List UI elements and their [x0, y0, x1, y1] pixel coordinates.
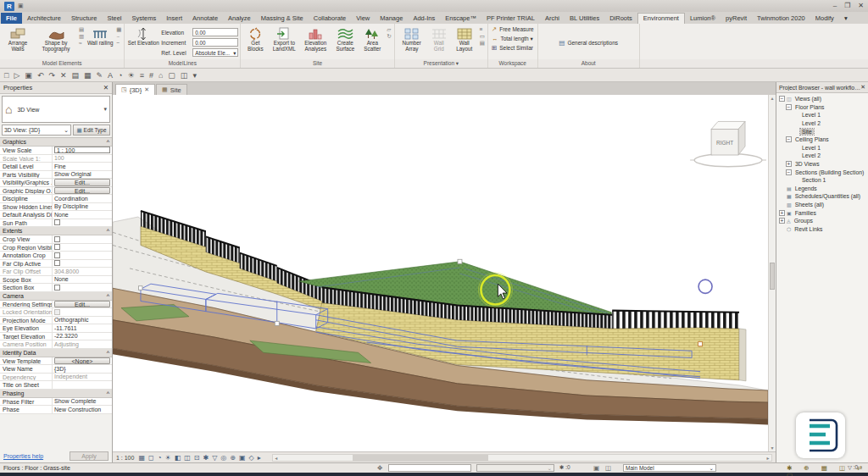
tab-steel[interactable]: Steel	[102, 13, 126, 24]
property-value[interactable]: -22.3220	[53, 333, 112, 340]
checkbox[interactable]	[54, 236, 60, 242]
status-edit-box[interactable]	[388, 464, 471, 472]
expander-icon[interactable]: −	[786, 169, 792, 175]
qat-icon-17[interactable]: ▾	[192, 69, 197, 81]
tab-file[interactable]: File	[1, 13, 22, 24]
model-elements-mini-icons-2[interactable]: ▦⌣~	[115, 25, 122, 47]
tab-analyze[interactable]: Analyze	[223, 13, 256, 24]
section-header-extents[interactable]: Extents^	[0, 227, 112, 235]
view-control-icon-12[interactable]: ◇	[249, 454, 254, 462]
view-control-icon-1[interactable]: ◻	[148, 454, 154, 462]
tab-item[interactable]: ▾	[839, 13, 853, 24]
area-scatter-button[interactable]: Area Scatter	[359, 25, 385, 53]
model-canvas[interactable]: RIGHT	[113, 95, 768, 451]
view-control-icon-7[interactable]: ✱	[203, 454, 209, 462]
tab-architecture[interactable]: Architecture	[22, 13, 66, 24]
view-control-icon-13[interactable]: ▸	[258, 454, 261, 462]
tree-item-sections-building-section[interactable]: −Sections (Building Section)	[776, 168, 868, 176]
section-header-phasing[interactable]: Phasing^	[0, 390, 112, 398]
property-value[interactable]: <None>	[53, 357, 112, 365]
type-selector[interactable]: ⌂ 3D View ▾	[2, 96, 110, 123]
tab-archi[interactable]: Archi	[540, 13, 565, 24]
qat-icon-5[interactable]: ✕	[60, 69, 67, 81]
selection-filter-count[interactable]: ▽ :0	[848, 464, 858, 471]
set-elevation-button[interactable]: Set Elevation	[126, 25, 160, 47]
ref-level-select[interactable]: Absolute Ele...▾	[192, 48, 238, 57]
property-value[interactable]: New Construction	[53, 406, 112, 413]
wall-layout-button[interactable]: Wall Layout	[451, 25, 478, 53]
property-value[interactable]: Edit...	[53, 301, 112, 308]
property-value[interactable]: By Discipline	[53, 203, 112, 211]
tab-lumion[interactable]: Lumion®	[685, 13, 721, 24]
scroll-down-icon[interactable]: ▾	[769, 445, 776, 451]
scroll-right-icon[interactable]: ▸	[765, 455, 771, 461]
general-descriptions-button[interactable]: ▤General descriptions	[557, 38, 620, 47]
scroll-up-icon[interactable]: ▴	[769, 95, 776, 102]
horizontal-scrollbar[interactable]: ◂ ▸	[272, 454, 772, 462]
tab-bl-utilities[interactable]: BL Utilities	[565, 13, 604, 24]
view-control-icon-10[interactable]: ⊕	[230, 454, 236, 462]
property-value[interactable]: Coordination	[53, 195, 112, 202]
section-header-identity-data[interactable]: Identity Data^	[0, 349, 112, 357]
wall-railing-button[interactable]: Wall railing	[86, 25, 114, 47]
qat-icon-9[interactable]: A	[108, 69, 113, 81]
qat-icon-4[interactable]: ↷	[48, 69, 55, 81]
checkbox[interactable]	[54, 244, 60, 250]
tree-item-level-1[interactable]: Level 1	[776, 111, 868, 119]
free-measure-button[interactable]: ↗Free Measure	[490, 25, 536, 34]
horizontal-scroll-thumb[interactable]	[353, 455, 488, 461]
section-header-camera[interactable]: Camera^	[0, 292, 112, 301]
properties-close-icon[interactable]: ✕	[103, 84, 108, 91]
property-value[interactable]	[53, 284, 112, 291]
elevation-analyses-button[interactable]: Elevation Analyses	[300, 25, 331, 53]
checkbox[interactable]	[54, 260, 60, 266]
tab-diroots[interactable]: DiRoots	[604, 13, 637, 24]
property-value[interactable]: -11.7611	[53, 324, 112, 332]
qat-icon-11[interactable]: ☀	[128, 69, 135, 81]
property-value[interactable]: Show Complete	[53, 398, 112, 406]
property-value[interactable]	[53, 260, 112, 268]
select-similar-button[interactable]: ⊞Select Similar	[490, 43, 535, 53]
qat-icon-6[interactable]: ▤	[72, 69, 80, 81]
expander-icon[interactable]: −	[786, 104, 792, 110]
property-value[interactable]	[53, 381, 112, 389]
tab-twinmotion-2020[interactable]: Twinmotion 2020	[752, 13, 810, 24]
restore-button[interactable]: ❐	[844, 2, 850, 10]
get-blocks-button[interactable]: Get Blocks	[242, 25, 268, 53]
tab-insert[interactable]: Insert	[161, 13, 187, 24]
property-value[interactable]: Show Original	[53, 171, 112, 179]
view-control-icon-9[interactable]: ◎	[220, 454, 226, 462]
workset-select[interactable]: ⌄	[476, 464, 554, 472]
total-length-button[interactable]: ↔Total length ▾	[490, 34, 535, 43]
expander-icon[interactable]: −	[786, 136, 792, 142]
view-control-icon-0[interactable]: ▦	[138, 454, 145, 462]
expander-icon[interactable]: −	[779, 96, 785, 102]
instance-selector[interactable]: 3D View: {3D}⌄	[2, 125, 71, 136]
property-value[interactable]: Fine	[53, 163, 112, 170]
model-elements-mini-icons[interactable]: ▤▥≈	[78, 25, 85, 47]
checkbox[interactable]	[54, 252, 60, 258]
property-value[interactable]	[53, 252, 112, 259]
apply-button[interactable]: Apply	[70, 451, 108, 461]
value-button[interactable]: Edit...	[54, 301, 110, 308]
expander-icon[interactable]: +	[779, 210, 785, 216]
tree-item-site[interactable]: Site	[776, 127, 868, 136]
qat-icon-13[interactable]: #	[149, 69, 153, 81]
tree-item-schedules-quantities-all[interactable]: ▦Schedules/Quantities (all)	[776, 192, 868, 201]
tab-view[interactable]: View	[351, 13, 375, 24]
view-control-icon-4[interactable]: ◧	[175, 454, 181, 462]
viewcube[interactable]: RIGHT	[690, 121, 766, 166]
tree-item-sheets-all[interactable]: ▥Sheets (all)	[776, 201, 868, 209]
tree-item-level-2[interactable]: Level 2	[776, 119, 868, 128]
qat-icon-15[interactable]: ▢	[168, 69, 175, 81]
qat-icon-12[interactable]: ≡	[140, 69, 144, 81]
property-value[interactable]	[53, 235, 112, 243]
tab-modify[interactable]: Modify	[810, 13, 839, 24]
tree-item-legends[interactable]: ▤Legends	[776, 185, 868, 193]
tab-manage[interactable]: Manage	[375, 13, 408, 24]
view-control-icon-11[interactable]: ▣	[239, 454, 246, 462]
property-value[interactable]	[53, 219, 112, 227]
property-value[interactable]: Edit...	[53, 187, 112, 195]
property-value[interactable]: {3D}	[53, 365, 112, 373]
tab-structure[interactable]: Structure	[66, 13, 102, 24]
